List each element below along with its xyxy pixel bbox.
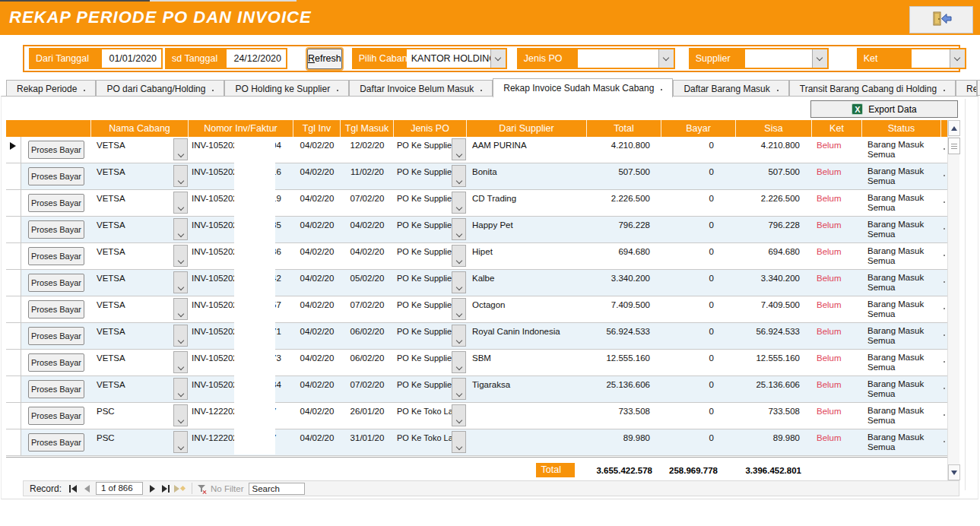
bayar-cell[interactable]: 0: [661, 190, 736, 216]
ket-cell[interactable]: Belum: [812, 137, 862, 163]
tgl-masuk-cell[interactable]: 04/02/20: [341, 217, 394, 242]
total-cell[interactable]: 694.680: [587, 243, 661, 269]
jenis-po-dropdown-button[interactable]: [452, 245, 466, 267]
record-selector[interactable]: [6, 217, 21, 242]
proses-bayar-button[interactable]: Proses Bayar: [28, 433, 84, 452]
ket-cell[interactable]: Belum: [812, 243, 862, 269]
ket-cell[interactable]: Belum: [812, 270, 862, 296]
record-position-box[interactable]: 1 of 866: [96, 482, 143, 495]
proses-bayar-button[interactable]: Proses Bayar: [28, 194, 84, 212]
vertical-scrollbar[interactable]: [947, 120, 959, 480]
record-selector[interactable]: [6, 429, 21, 455]
tgl-inv-cell[interactable]: 04/02/20: [293, 296, 341, 322]
pilih-cabang-select[interactable]: KANTOR HOLDING: [407, 49, 490, 68]
jenis-po-cell[interactable]: PO Ke Supplier: [394, 270, 467, 296]
dari-supplier-cell[interactable]: CD Trading: [467, 190, 587, 216]
total-cell[interactable]: 56.924.533: [587, 323, 661, 349]
tgl-masuk-cell[interactable]: 26/01/20: [341, 403, 394, 429]
record-selector[interactable]: [6, 323, 21, 349]
tab-po-dari-cabang-holding[interactable]: PO dari Cabang/Holding: [96, 80, 224, 96]
ket-cell[interactable]: Belum: [812, 376, 862, 402]
record-selector[interactable]: [6, 163, 21, 189]
tgl-inv-cell[interactable]: 04/02/20: [293, 190, 341, 216]
tab-po-holding-ke-supplier[interactable]: PO Holding ke Supplier: [224, 80, 349, 96]
cabang-dropdown-button[interactable]: [173, 298, 188, 320]
cabang-dropdown-button[interactable]: [173, 138, 188, 160]
ket-cell[interactable]: Belum: [812, 163, 862, 189]
nama-cabang-cell[interactable]: PSC: [91, 403, 189, 429]
next-record-button[interactable]: [145, 482, 159, 495]
cabang-dropdown-button[interactable]: [173, 431, 188, 453]
bayar-cell[interactable]: 0: [661, 243, 736, 269]
dari-supplier-cell[interactable]: SBM: [467, 350, 587, 375]
proses-bayar-button[interactable]: Proses Bayar: [28, 407, 84, 425]
tgl-masuk-cell[interactable]: 06/02/20: [341, 323, 394, 349]
cabang-dropdown-button[interactable]: [173, 271, 188, 293]
status-cell[interactable]: Barang Masuk Semua: [862, 296, 941, 322]
last-record-button[interactable]: [159, 482, 173, 495]
sisa-cell[interactable]: 7.409.500: [736, 296, 812, 322]
tab-rekap-invoice-sudah-masuk-cabang[interactable]: Rekap Invoice Sudah Masuk Cabang: [493, 78, 673, 97]
tab-rekap-periode[interactable]: Rekap Periode: [6, 80, 96, 96]
jenis-po-cell[interactable]: PO Ke Supplier: [394, 190, 467, 216]
bayar-cell[interactable]: 0: [661, 403, 736, 429]
jenis-po-dropdown-button[interactable]: [452, 218, 466, 240]
tab-rekap-jatuh-tempo[interactable]: Rekap Jatuh Te: [956, 80, 977, 96]
status-cell[interactable]: Barang Masuk Semua: [862, 137, 941, 163]
tgl-masuk-cell[interactable]: 07/02/20: [341, 376, 394, 402]
status-cell[interactable]: Barang Masuk Semua: [862, 270, 941, 296]
ket-cell[interactable]: Belum: [812, 190, 862, 216]
ket-cell[interactable]: Belum: [812, 350, 862, 375]
total-cell[interactable]: 7.409.500: [587, 296, 661, 322]
tab-daftar-barang-masuk[interactable]: Daftar Barang Masuk: [673, 80, 788, 96]
nama-cabang-cell[interactable]: VETSA: [91, 137, 189, 163]
dari-supplier-cell[interactable]: [467, 403, 587, 429]
record-selector[interactable]: [6, 137, 21, 163]
status-cell[interactable]: Barang Masuk Semua: [862, 190, 941, 216]
total-cell[interactable]: 733.508: [587, 403, 661, 429]
status-cell[interactable]: Barang Masuk Semua: [862, 243, 941, 269]
bayar-cell[interactable]: 0: [661, 376, 736, 402]
record-selector[interactable]: [6, 190, 21, 216]
total-cell[interactable]: 25.136.606: [587, 376, 661, 402]
tgl-masuk-cell[interactable]: 05/02/20: [341, 270, 394, 296]
jenis-po-cell[interactable]: PO Ke Supplier: [394, 376, 467, 402]
nama-cabang-cell[interactable]: VETSA: [91, 217, 189, 242]
jenis-po-cell[interactable]: PO Ke Supplier: [394, 163, 467, 189]
dari-supplier-cell[interactable]: Royal Canin Indonesia: [467, 323, 587, 349]
sisa-cell[interactable]: 12.555.160: [736, 350, 812, 375]
nama-cabang-cell[interactable]: VETSA: [91, 243, 189, 269]
nama-cabang-cell[interactable]: VETSA: [91, 323, 189, 349]
total-cell[interactable]: 3.340.200: [587, 270, 661, 296]
total-cell[interactable]: 2.226.500: [587, 190, 661, 216]
status-cell[interactable]: Barang Masuk Semua: [862, 429, 941, 455]
dari-supplier-cell[interactable]: [467, 429, 587, 455]
total-cell[interactable]: 4.210.800: [587, 137, 661, 163]
jenis-po-cell[interactable]: PO Ke Supplier: [394, 217, 467, 242]
status-cell[interactable]: Barang Masuk Semua: [862, 163, 941, 189]
search-input[interactable]: [249, 483, 305, 495]
proses-bayar-button[interactable]: Proses Bayar: [28, 167, 84, 185]
jenis-po-dropdown-button[interactable]: [452, 325, 466, 347]
scroll-up-button[interactable]: [948, 120, 960, 136]
tgl-inv-cell[interactable]: 04/02/20: [293, 163, 341, 189]
dari-supplier-cell[interactable]: Bonita: [467, 163, 587, 189]
new-record-button[interactable]: [173, 482, 186, 495]
nama-cabang-cell[interactable]: VETSA: [91, 296, 189, 322]
bayar-cell[interactable]: 0: [661, 350, 736, 375]
jenis-po-dropdown-button[interactable]: [452, 138, 466, 160]
tgl-masuk-cell[interactable]: 04/02/20: [341, 243, 394, 269]
sisa-cell[interactable]: 2.226.500: [736, 190, 812, 216]
sisa-cell[interactable]: 3.340.200: [736, 270, 812, 296]
nama-cabang-cell[interactable]: PSC: [91, 429, 189, 455]
ket-cell[interactable]: Belum: [812, 323, 862, 349]
dari-supplier-cell[interactable]: Tigaraksa: [467, 376, 587, 402]
bayar-cell[interactable]: 0: [661, 429, 736, 455]
dari-supplier-cell[interactable]: AAM PURINA: [467, 137, 587, 163]
cabang-dropdown-button[interactable]: [173, 245, 188, 267]
tgl-inv-cell[interactable]: 04/02/20: [293, 403, 341, 429]
sisa-cell[interactable]: 25.136.606: [736, 376, 812, 402]
sd-tanggal-input[interactable]: 24/12/2020: [227, 49, 286, 68]
no-filter-button[interactable]: No Filter: [198, 484, 243, 493]
scroll-down-button[interactable]: [948, 464, 960, 480]
